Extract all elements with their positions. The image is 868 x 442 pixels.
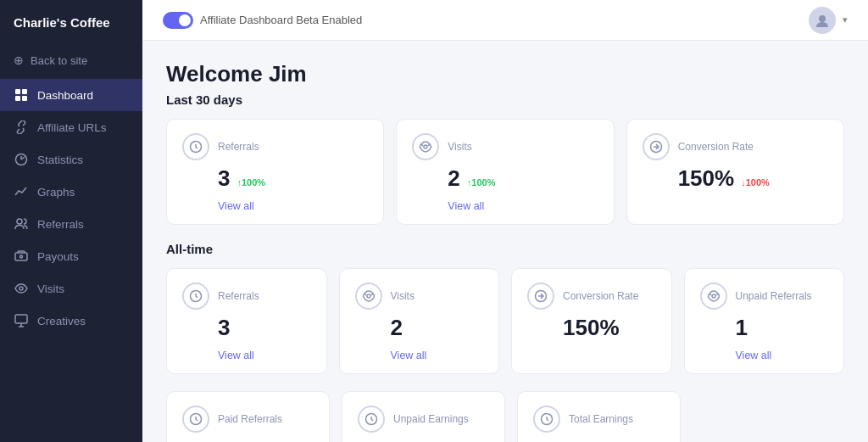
card-value: 2 xyxy=(448,165,459,192)
avatar xyxy=(809,7,836,34)
stat-card: Unpaid Earnings$20.00View all xyxy=(342,391,505,442)
svg-rect-0 xyxy=(15,89,20,94)
sidebar-item-dashboard-label: Dashboard xyxy=(37,89,93,102)
affiliate-urls-icon xyxy=(14,120,29,135)
card-icon xyxy=(412,133,439,160)
stat-card: Total Earnings$5.40View all xyxy=(517,391,681,442)
sidebar-nav: Dashboard Affiliate URLs Statistics Grap… xyxy=(0,79,142,337)
sidebar-item-dashboard[interactable]: Dashboard xyxy=(0,79,142,111)
card-icon xyxy=(182,133,209,160)
view-all-link[interactable]: View all xyxy=(700,350,829,361)
user-menu[interactable]: ▾ xyxy=(809,7,848,34)
card-label: Total Earnings xyxy=(569,413,633,425)
beta-toggle-wrap: Affiliate Dashboard Beta Enabled xyxy=(163,12,362,29)
stat-card: Conversion Rate150%↓100% xyxy=(626,119,844,225)
card-value: 3 xyxy=(218,165,230,192)
sidebar-item-creatives-label: Creatives xyxy=(37,315,86,327)
sidebar-item-affiliate-urls[interactable]: Affiliate URLs xyxy=(0,111,142,143)
card-badge: ↑100% xyxy=(236,177,265,187)
stat-card: Visits2↑100%View all xyxy=(396,119,614,225)
user-menu-chevron-icon: ▾ xyxy=(843,14,848,25)
card-label: Referrals xyxy=(218,290,259,302)
sidebar-item-referrals[interactable]: Referrals xyxy=(0,208,142,240)
statistics-icon xyxy=(14,152,29,167)
stat-card: Paid Referrals2View all xyxy=(166,391,330,442)
back-to-site-link[interactable]: ⊕ Back to site xyxy=(0,45,142,76)
stat-card: Referrals3View all xyxy=(166,268,327,374)
view-all-link[interactable]: View all xyxy=(182,350,311,361)
svg-rect-2 xyxy=(15,96,20,101)
svg-rect-9 xyxy=(15,315,27,323)
card-label: Referrals xyxy=(218,141,259,153)
stat-card: Visits2View all xyxy=(339,268,500,374)
card-icon xyxy=(700,283,727,310)
stat-card: Conversion Rate150% xyxy=(511,268,672,374)
sidebar-item-graphs-label: Graphs xyxy=(37,186,75,199)
view-all-link[interactable]: View all xyxy=(182,200,368,212)
svg-rect-1 xyxy=(22,89,27,94)
card-value: 3 xyxy=(218,315,230,341)
svg-point-7 xyxy=(20,255,23,258)
svg-point-5 xyxy=(17,219,22,224)
alltime-row1-cards: Referrals3View allVisits2View allConvers… xyxy=(166,268,844,374)
sidebar-item-visits[interactable]: Visits xyxy=(0,272,142,305)
brand-logo: Charlie's Coffee xyxy=(0,0,142,45)
back-label: Back to site xyxy=(31,54,87,67)
card-icon xyxy=(533,406,560,433)
card-value: 150% xyxy=(678,165,735,192)
view-all-link[interactable]: View all xyxy=(412,200,598,212)
page-content: Welcome Jim Last 30 days Referrals3↑100%… xyxy=(142,41,868,442)
svg-point-15 xyxy=(367,294,370,298)
card-badge: ↑100% xyxy=(467,177,496,187)
card-label: Unpaid Referrals xyxy=(736,290,812,302)
card-icon xyxy=(527,283,554,310)
card-value: 2 xyxy=(391,315,403,341)
sidebar-item-affiliate-urls-label: Affiliate URLs xyxy=(37,121,107,134)
card-icon xyxy=(358,406,385,433)
card-icon xyxy=(643,133,670,160)
view-all-link[interactable]: View all xyxy=(355,350,484,361)
svg-point-17 xyxy=(712,294,715,298)
referrals-icon xyxy=(14,216,29,232)
stat-card: Referrals3↑100%View all xyxy=(166,119,384,225)
alltime-section-title: All-time xyxy=(166,242,844,256)
sidebar-item-payouts-label: Payouts xyxy=(37,250,79,263)
svg-point-12 xyxy=(424,145,427,148)
card-value: $5.40 xyxy=(569,438,624,442)
stat-card: Unpaid Referrals1View all xyxy=(684,268,845,374)
beta-toggle[interactable] xyxy=(163,12,193,29)
topbar: Affiliate Dashboard Beta Enabled ▾ xyxy=(142,0,868,41)
toggle-label: Affiliate Dashboard Beta Enabled xyxy=(200,14,362,26)
topbar-left: Affiliate Dashboard Beta Enabled xyxy=(163,12,362,29)
card-label: Conversion Rate xyxy=(678,141,754,153)
card-label: Visits xyxy=(448,141,471,153)
svg-point-10 xyxy=(819,15,826,22)
sidebar-item-statistics-label: Statistics xyxy=(37,154,83,166)
card-value: $20.00 xyxy=(393,438,461,442)
card-value: 2 xyxy=(218,438,230,442)
last30-section-title: Last 30 days xyxy=(166,92,844,107)
sidebar-item-visits-label: Visits xyxy=(37,283,64,295)
creatives-icon xyxy=(14,313,29,328)
svg-rect-3 xyxy=(22,96,27,101)
sidebar-item-creatives[interactable]: Creatives xyxy=(0,305,142,337)
page-title: Welcome Jim xyxy=(166,61,844,87)
card-label: Unpaid Earnings xyxy=(393,413,469,425)
card-icon xyxy=(182,406,209,433)
card-value: 150% xyxy=(563,315,620,341)
main-area: Affiliate Dashboard Beta Enabled ▾ Welco… xyxy=(142,0,868,442)
sidebar-item-graphs[interactable]: Graphs xyxy=(0,176,142,208)
card-label: Conversion Rate xyxy=(563,290,638,302)
payouts-icon xyxy=(14,249,29,264)
sidebar-item-statistics[interactable]: Statistics xyxy=(0,143,142,176)
sidebar-item-referrals-label: Referrals xyxy=(37,218,84,231)
alltime-row2-cards: Paid Referrals2View allUnpaid Earnings$2… xyxy=(166,391,681,442)
sidebar-item-payouts[interactable]: Payouts xyxy=(0,240,142,272)
card-label: Visits xyxy=(391,290,415,302)
sidebar: Charlie's Coffee ⊕ Back to site Dashboar… xyxy=(0,0,142,442)
card-icon xyxy=(182,283,209,310)
card-value: 1 xyxy=(736,315,748,341)
card-label: Paid Referrals xyxy=(218,413,282,425)
dashboard-icon xyxy=(14,87,29,103)
back-icon: ⊕ xyxy=(14,53,24,67)
